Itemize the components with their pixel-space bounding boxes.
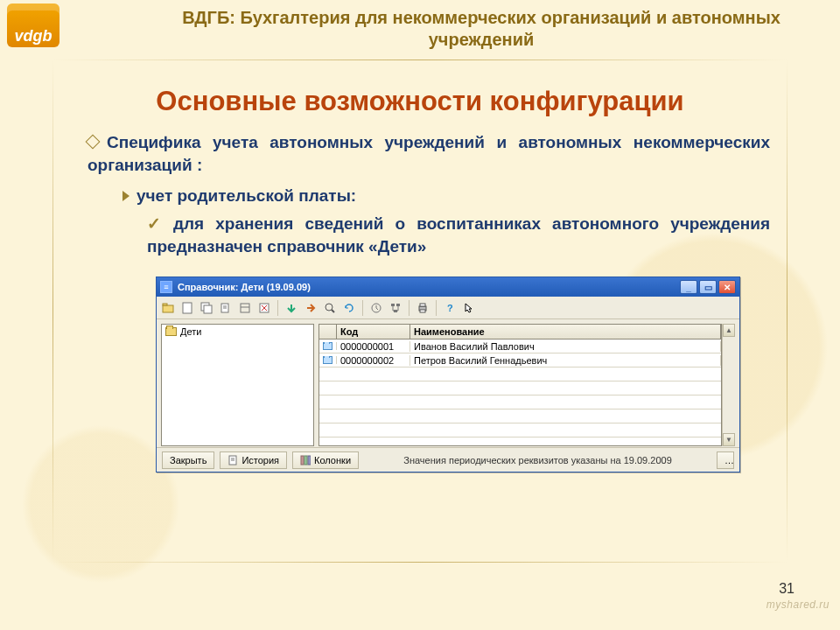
tree-item-label: Дети <box>180 326 201 337</box>
divider-top <box>52 60 788 60</box>
close-button[interactable]: Закрыть <box>162 452 214 469</box>
scroll-up-button[interactable]: ▲ <box>723 324 735 337</box>
cell-code: 0000000001 <box>337 341 410 352</box>
minimize-button[interactable]: _ <box>680 280 697 294</box>
toolbar-find-icon[interactable] <box>322 300 338 316</box>
toolbar-view-icon[interactable] <box>237 300 253 316</box>
toolbar-help-icon[interactable]: ? <box>442 300 458 316</box>
cell-name: Иванов Василий Павлович <box>410 341 721 352</box>
svg-rect-1 <box>163 304 167 305</box>
toolbar-history-icon[interactable] <box>368 300 384 316</box>
slide-header: ВДГБ: Бухгалтерия для некоммерческих орг… <box>175 7 788 51</box>
toolbar-print-icon[interactable] <box>415 300 430 316</box>
svg-rect-25 <box>304 456 307 465</box>
svg-rect-14 <box>391 304 395 306</box>
status-date-picker[interactable]: … <box>717 452 734 469</box>
toolbar-down-icon[interactable] <box>284 300 299 316</box>
cell-name: Петров Василий Геннадьевич <box>410 355 721 366</box>
grid-header-icon-col[interactable] <box>319 325 337 339</box>
close-window-button[interactable]: ✕ <box>718 280 736 294</box>
divider-bottom <box>52 562 788 563</box>
scroll-track[interactable] <box>723 337 735 433</box>
history-button[interactable]: История <box>220 452 287 469</box>
toolbar-separator <box>277 300 278 316</box>
svg-rect-0 <box>163 305 173 312</box>
table-row[interactable] <box>319 410 721 424</box>
svg-rect-24 <box>301 456 304 465</box>
page-number: 31 <box>779 581 794 597</box>
svg-rect-4 <box>204 305 212 313</box>
toolbar-copy-icon[interactable] <box>199 300 214 316</box>
columns-icon <box>300 455 311 466</box>
table-row[interactable] <box>319 396 721 410</box>
history-icon <box>228 455 238 466</box>
toolbar-pointer-icon[interactable] <box>461 300 477 316</box>
scroll-down-button[interactable]: ▼ <box>723 433 735 446</box>
table-row[interactable]: 0000000002 Петров Василий Геннадьевич <box>319 354 721 368</box>
toolbar-new-icon[interactable] <box>179 300 195 316</box>
history-button-label: История <box>242 455 279 466</box>
page-title: Основные возможности конфигурации <box>0 86 840 117</box>
table-row[interactable] <box>319 368 721 382</box>
grid-header: Код Наименование <box>319 325 721 340</box>
vertical-scrollbar[interactable]: ▲ ▼ <box>722 324 735 446</box>
toolbar-separator <box>362 300 363 316</box>
cell-code: 0000000002 <box>337 355 410 366</box>
toolbar: ? <box>157 297 739 319</box>
window-title: Справочник: Дети (19.09.09) <box>178 282 675 292</box>
columns-button[interactable]: Колонки <box>292 452 359 469</box>
toolbar-right-icon[interactable] <box>303 300 318 316</box>
close-button-label: Закрыть <box>170 455 206 466</box>
data-grid[interactable]: Код Наименование 0000000001 Иванов Васил… <box>318 324 722 446</box>
toolbar-edit-icon[interactable] <box>218 300 234 316</box>
toolbar-folder-icon[interactable] <box>160 300 176 316</box>
table-row[interactable] <box>319 382 721 396</box>
status-text: Значения периодических реквизитов указан… <box>364 455 711 466</box>
titlebar[interactable]: ≡ Справочник: Дети (19.09.09) _ ▭ ✕ <box>157 277 739 297</box>
grid-body[interactable]: 0000000001 Иванов Василий Павлович 00000… <box>319 340 721 445</box>
maximize-button[interactable]: ▭ <box>699 280 717 294</box>
bullet-level2: учет родительской платы: <box>122 185 770 207</box>
svg-rect-18 <box>420 304 425 306</box>
svg-rect-15 <box>396 304 400 306</box>
statusbar: Закрыть История Колонки Значения периоди… <box>157 447 739 472</box>
svg-line-12 <box>332 310 334 312</box>
svg-point-11 <box>326 304 332 311</box>
app-window: ≡ Справочник: Дети (19.09.09) _ ▭ ✕ ? <box>156 276 740 472</box>
divider-right <box>787 60 788 562</box>
app-icon: ≡ <box>160 281 172 293</box>
bullet-level3: для хранения сведений о воспитанниках ав… <box>147 213 770 257</box>
toolbar-tree-icon[interactable] <box>388 300 403 316</box>
grid-header-code[interactable]: Код <box>337 325 410 339</box>
brand-logo: vdgb <box>7 4 60 47</box>
grid-header-name[interactable]: Наименование <box>410 325 721 339</box>
divider-left <box>52 60 53 562</box>
columns-button-label: Колонки <box>314 455 351 466</box>
card-icon <box>323 356 332 364</box>
svg-text:?: ? <box>447 303 453 313</box>
tree-item-root[interactable]: Дети <box>165 326 310 337</box>
svg-rect-19 <box>420 310 425 312</box>
folder-open-icon <box>165 327 177 336</box>
table-row[interactable] <box>319 424 721 438</box>
toolbar-separator <box>409 300 410 316</box>
slide-content: Специфика учета автономных учреждений и … <box>88 131 770 257</box>
svg-rect-8 <box>241 304 249 312</box>
table-row[interactable]: 0000000001 Иванов Василий Павлович <box>319 340 721 354</box>
svg-rect-26 <box>308 456 311 465</box>
svg-rect-2 <box>183 303 192 313</box>
card-icon <box>323 342 332 350</box>
bullet-level1: Специфика учета автономных учреждений и … <box>88 131 770 176</box>
toolbar-separator <box>436 300 437 316</box>
watermark: myshared.ru <box>766 598 830 611</box>
tree-panel[interactable]: Дети <box>161 324 314 446</box>
toolbar-mark-icon[interactable] <box>256 300 272 316</box>
toolbar-refresh-icon[interactable] <box>341 300 357 316</box>
